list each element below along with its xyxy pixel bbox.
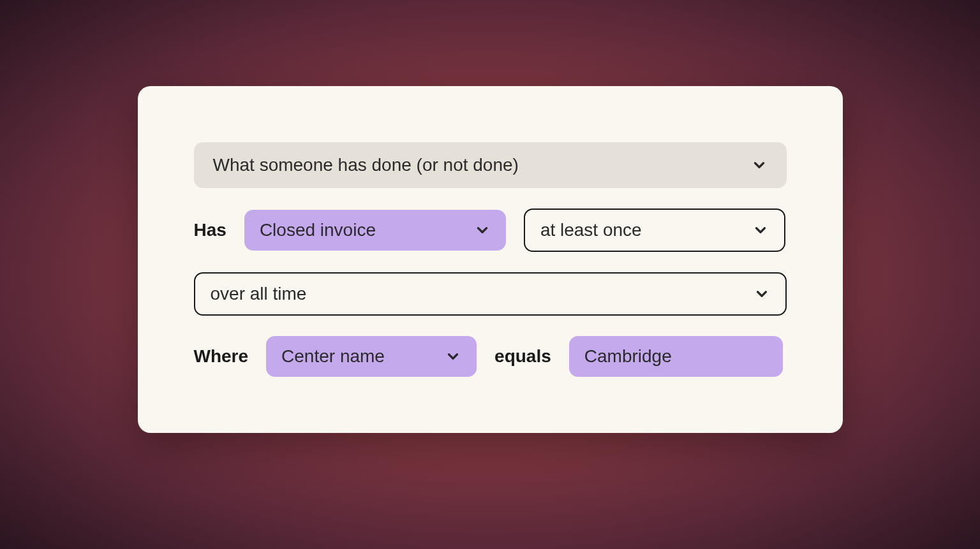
category-select-label: What someone has done (or not done) (213, 155, 519, 175)
value-input-text: Cambridge (584, 346, 672, 367)
frequency-select-label: at least once (540, 220, 642, 240)
frequency-select[interactable]: at least once (524, 209, 785, 252)
timerange-select[interactable]: over all time (194, 272, 787, 316)
filter-card: What someone has done (or not done) Has … (138, 86, 843, 433)
field-select[interactable]: Center name (266, 336, 477, 377)
chevron-down-icon (752, 222, 769, 238)
chevron-down-icon (751, 157, 768, 173)
chevron-down-icon (474, 222, 491, 238)
action-row: Has Closed invoice at least once (194, 209, 787, 252)
category-select[interactable]: What someone has done (or not done) (194, 142, 787, 188)
where-label: Where (194, 346, 249, 367)
chevron-down-icon (445, 348, 461, 365)
field-select-label: Center name (281, 346, 385, 367)
timerange-row: over all time (194, 272, 787, 316)
timerange-select-label: over all time (211, 284, 307, 304)
where-row: Where Center name equals Cambridge (194, 336, 787, 377)
operator-label: equals (494, 346, 551, 367)
chevron-down-icon (754, 286, 770, 302)
value-input[interactable]: Cambridge (569, 336, 783, 377)
action-select[interactable]: Closed invoice (244, 210, 506, 251)
has-label: Has (194, 220, 226, 240)
action-select-label: Closed invoice (260, 220, 376, 240)
